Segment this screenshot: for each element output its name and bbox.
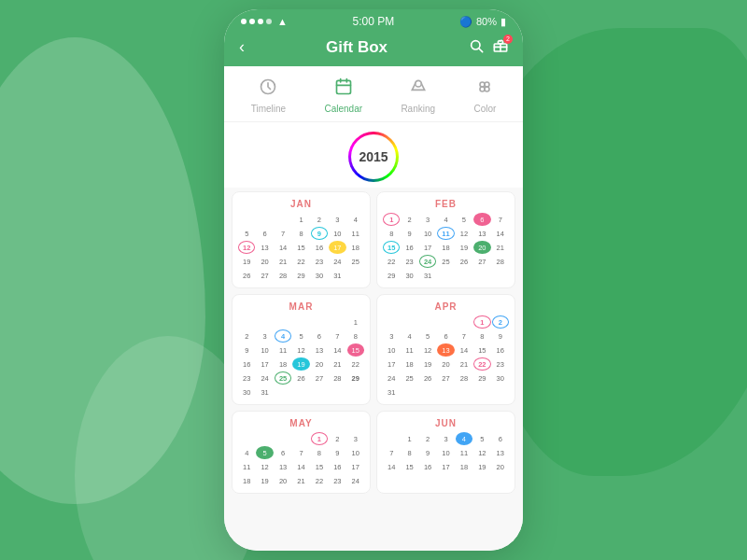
cal-cell[interactable]: 12 <box>238 241 255 254</box>
cal-cell[interactable]: 1 <box>473 315 490 329</box>
cal-cell[interactable]: 1 <box>347 315 364 329</box>
cal-cell[interactable]: 17 <box>347 460 364 473</box>
cal-cell[interactable]: 17 <box>419 241 436 254</box>
cal-cell[interactable]: 14 <box>329 343 345 357</box>
cal-cell[interactable]: 30 <box>401 269 417 282</box>
cal-cell[interactable]: 17 <box>256 357 273 371</box>
cal-cell[interactable]: 8 <box>311 446 328 459</box>
cal-cell[interactable]: 13 <box>437 343 454 357</box>
cal-cell[interactable]: 18 <box>456 460 472 473</box>
cal-cell[interactable]: 1 <box>311 432 328 445</box>
cal-cell[interactable]: 16 <box>311 241 328 254</box>
cal-cell[interactable]: 12 <box>419 343 436 357</box>
cal-cell[interactable]: 2 <box>329 432 345 445</box>
cal-cell[interactable]: 4 <box>347 213 364 226</box>
cal-cell[interactable]: 22 <box>292 255 309 268</box>
cal-cell[interactable]: 15 <box>383 241 400 254</box>
cal-cell[interactable]: 22 <box>311 474 328 487</box>
cal-cell[interactable]: 4 <box>275 329 291 343</box>
cal-cell[interactable]: 6 <box>492 432 509 445</box>
cal-cell[interactable]: 1 <box>292 213 309 226</box>
year-circle[interactable]: 2015 <box>348 132 399 182</box>
cal-cell[interactable]: 9 <box>238 343 255 357</box>
cal-cell[interactable]: 1 <box>401 432 417 445</box>
cal-cell[interactable]: 7 <box>275 227 291 240</box>
cal-cell[interactable]: 23 <box>238 371 255 385</box>
cal-cell[interactable]: 3 <box>419 213 436 226</box>
cal-cell[interactable]: 24 <box>419 255 436 268</box>
cal-cell[interactable]: 7 <box>329 329 345 343</box>
cal-cell[interactable]: 29 <box>347 371 364 385</box>
cal-cell[interactable]: 19 <box>473 460 490 473</box>
cal-cell[interactable]: 13 <box>473 227 490 240</box>
cal-cell[interactable]: 24 <box>383 371 400 385</box>
cal-cell[interactable]: 31 <box>256 385 273 399</box>
cal-cell[interactable]: 8 <box>383 227 400 240</box>
cal-cell[interactable]: 16 <box>419 460 436 473</box>
cal-cell[interactable]: 10 <box>383 343 400 357</box>
cal-cell[interactable]: 16 <box>492 343 509 357</box>
cal-cell[interactable]: 6 <box>256 227 273 240</box>
cal-cell[interactable]: 14 <box>456 343 472 357</box>
cal-cell[interactable]: 7 <box>456 329 472 343</box>
cal-cell[interactable]: 11 <box>275 343 291 357</box>
cal-cell[interactable]: 8 <box>347 329 364 343</box>
cal-cell[interactable]: 27 <box>437 371 454 385</box>
cal-cell[interactable]: 1 <box>383 213 400 226</box>
cal-cell[interactable]: 2 <box>492 315 509 329</box>
cal-cell[interactable]: 20 <box>256 255 273 268</box>
tab-calendar[interactable]: Calendar <box>315 76 372 116</box>
cal-cell[interactable]: 15 <box>473 343 490 357</box>
cal-cell[interactable]: 28 <box>275 269 291 282</box>
cal-cell[interactable]: 10 <box>347 446 364 459</box>
cal-cell[interactable]: 19 <box>419 357 436 371</box>
cal-cell[interactable]: 12 <box>292 343 309 357</box>
cal-cell[interactable]: 27 <box>473 255 490 268</box>
cal-cell[interactable]: 4 <box>437 213 454 226</box>
cal-cell[interactable]: 26 <box>456 255 472 268</box>
cal-cell[interactable]: 9 <box>419 446 436 459</box>
cal-cell[interactable]: 7 <box>383 446 400 459</box>
cal-cell[interactable]: 21 <box>329 357 345 371</box>
cal-cell[interactable]: 29 <box>383 269 400 282</box>
cal-cell[interactable]: 20 <box>311 357 328 371</box>
cal-cell[interactable]: 29 <box>473 371 490 385</box>
cal-cell[interactable]: 3 <box>437 432 454 445</box>
cal-cell[interactable]: 13 <box>311 343 328 357</box>
cal-cell[interactable]: 2 <box>401 213 417 226</box>
cal-cell[interactable]: 15 <box>401 460 417 473</box>
cal-cell[interactable]: 18 <box>437 241 454 254</box>
cal-cell[interactable]: 19 <box>456 241 472 254</box>
cal-cell[interactable]: 18 <box>347 241 364 254</box>
cal-cell[interactable]: 5 <box>238 227 255 240</box>
cal-cell[interactable]: 28 <box>492 255 509 268</box>
cal-cell[interactable]: 24 <box>329 255 345 268</box>
cal-cell[interactable]: 6 <box>311 329 328 343</box>
cal-cell[interactable]: 5 <box>473 432 490 445</box>
cal-cell[interactable]: 27 <box>256 269 273 282</box>
cal-cell[interactable]: 2 <box>238 329 255 343</box>
cal-cell[interactable]: 23 <box>492 357 509 371</box>
cal-cell[interactable]: 8 <box>292 227 309 240</box>
cal-cell[interactable]: 25 <box>437 255 454 268</box>
cal-cell[interactable]: 29 <box>292 269 309 282</box>
cal-cell[interactable]: 7 <box>292 446 309 459</box>
cal-cell[interactable]: 9 <box>329 446 345 459</box>
cal-cell[interactable]: 28 <box>329 371 345 385</box>
gift-button[interactable]: 2 <box>493 38 508 57</box>
cal-cell[interactable]: 17 <box>329 241 345 254</box>
cal-cell[interactable]: 25 <box>275 371 291 385</box>
cal-cell[interactable]: 11 <box>347 227 364 240</box>
tab-timeline[interactable]: Timeline <box>242 76 295 116</box>
cal-cell[interactable]: 19 <box>238 255 255 268</box>
cal-cell[interactable]: 10 <box>329 227 345 240</box>
cal-cell[interactable]: 15 <box>347 343 364 357</box>
cal-cell[interactable]: 26 <box>419 371 436 385</box>
cal-cell[interactable]: 7 <box>492 213 509 226</box>
cal-cell[interactable]: 19 <box>256 474 273 487</box>
cal-cell[interactable]: 21 <box>292 474 309 487</box>
cal-cell[interactable]: 11 <box>437 227 454 240</box>
cal-cell[interactable]: 19 <box>292 357 309 371</box>
cal-cell[interactable]: 30 <box>492 371 509 385</box>
cal-cell[interactable]: 6 <box>473 213 490 226</box>
